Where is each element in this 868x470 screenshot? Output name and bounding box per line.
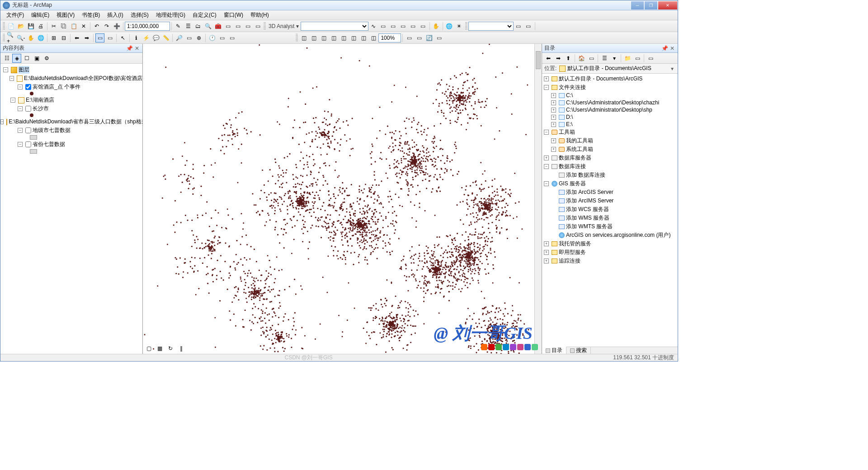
toolbar-grip[interactable] — [3, 22, 5, 30]
back-extent-icon[interactable]: ⬅ — [72, 33, 81, 42]
new-icon[interactable]: 📄 — [6, 22, 15, 31]
ready-svc-node[interactable]: 即用型服务 — [559, 249, 586, 256]
go-to-xy-icon[interactable]: ⊕ — [194, 33, 203, 42]
globe-icon[interactable]: 🌐 — [445, 22, 454, 31]
expander-icon[interactable]: − — [18, 128, 23, 133]
open-icon[interactable]: 📂 — [16, 22, 25, 31]
zoom-in-icon[interactable]: 🔍+ — [6, 33, 15, 42]
menu-view[interactable]: 视图(V) — [53, 10, 78, 20]
add-wcs-node[interactable]: 添加 WCS 服务器 — [566, 206, 609, 213]
expander-icon[interactable]: − — [544, 85, 549, 90]
point-symbol-icon[interactable] — [30, 113, 33, 117]
polygon-symbol-icon[interactable] — [30, 135, 37, 140]
delete-icon[interactable]: ✕ — [79, 22, 88, 31]
properties-icon[interactable]: ▭ — [253, 22, 262, 31]
cut-icon[interactable]: ✂ — [49, 22, 58, 31]
polygon-symbol-icon[interactable] — [30, 149, 37, 154]
add-wmts-node[interactable]: 添加 WMTS 服务器 — [566, 223, 613, 230]
default-gdb-icon[interactable]: ▭ — [587, 54, 596, 63]
expander-icon[interactable]: + — [551, 108, 556, 113]
expander-icon[interactable]: + — [551, 122, 556, 127]
redo-icon[interactable]: ↷ — [102, 22, 111, 31]
my-hosted-node[interactable]: 我托管的服务 — [559, 240, 591, 248]
menu-customize[interactable]: 自定义(C) — [189, 10, 220, 20]
viewer-window-icon[interactable]: ▭ — [227, 33, 236, 42]
folder-conn-node[interactable]: 文件夹连接 — [559, 84, 586, 91]
sun-icon[interactable]: ☀ — [455, 22, 464, 31]
layer-1[interactable]: 宾馆酒店_点 个事件 — [33, 83, 80, 91]
expander-icon[interactable]: + — [544, 241, 549, 246]
expander-icon[interactable]: + — [551, 138, 556, 143]
maximize-button[interactable]: ❐ — [645, 1, 657, 9]
point-symbol-icon[interactable] — [30, 92, 33, 95]
list-by-selection-icon[interactable]: ▣ — [32, 54, 41, 63]
toolbar-grip[interactable] — [264, 22, 266, 30]
layer-checkbox[interactable] — [25, 84, 31, 90]
layer-4[interactable]: 省份七普数据 — [33, 141, 65, 148]
add-data-icon[interactable]: ➕ — [112, 22, 121, 31]
add-arcims-node[interactable]: 添加 ArcIMS Server — [566, 197, 613, 205]
home-node[interactable]: 默认工作目录 - Documents\ArcGIS — [559, 75, 642, 83]
group-3[interactable]: E:\BaiduNetdiskDownload\省市县三级人口数据（shp格式） — [9, 118, 142, 126]
connect-folder-icon[interactable]: 📁 — [623, 54, 632, 63]
find-route-icon[interactable]: ▭ — [184, 33, 193, 42]
edit-btn2-icon[interactable]: ▭ — [524, 22, 533, 31]
measure-icon[interactable]: 📏 — [161, 33, 170, 42]
expander-icon[interactable]: − — [18, 142, 23, 147]
menu-window[interactable]: 窗口(W) — [220, 10, 247, 20]
refresh-icon[interactable]: 🔄 — [425, 33, 434, 42]
python-icon[interactable]: ▭ — [223, 22, 232, 31]
add-arcgis-node[interactable]: 添加 ArcGIS Server — [566, 188, 613, 196]
data-frame-icon[interactable]: ▭ — [415, 33, 424, 42]
fixed-zoom-out-icon[interactable]: ⊟ — [59, 33, 68, 42]
my-tools-node[interactable]: 我的工具箱 — [566, 137, 593, 145]
refresh-view-icon[interactable]: ↻ — [166, 344, 175, 353]
select-elements-icon[interactable]: ↖ — [118, 33, 127, 42]
identify-icon[interactable]: ℹ — [132, 33, 141, 42]
expander-icon[interactable]: − — [544, 164, 549, 169]
scale-input[interactable] — [125, 22, 170, 31]
print-icon[interactable]: 🖨 — [36, 22, 45, 31]
effect-icon[interactable]: ◫ — [299, 33, 308, 42]
pin-icon[interactable]: 📌 — [660, 45, 669, 52]
full-extent-icon[interactable]: 🌐 — [36, 33, 45, 42]
zoom-out-icon[interactable]: 🔍- — [16, 33, 25, 42]
layer-checkbox[interactable] — [25, 127, 31, 133]
clear-selection-icon[interactable]: ▭ — [105, 33, 114, 42]
expander-icon[interactable]: − — [544, 181, 549, 186]
add-db-node[interactable]: 添加 数据库连接 — [566, 171, 605, 179]
tab-search[interactable]: 搜索 — [566, 347, 591, 354]
effect-icon[interactable]: ◫ — [309, 33, 318, 42]
menu-insert[interactable]: 插入(I) — [104, 10, 127, 20]
editor-combo[interactable] — [468, 22, 514, 31]
hand-icon[interactable]: ✋ — [432, 22, 441, 31]
fixed-zoom-in-icon[interactable]: ⊞ — [49, 33, 58, 42]
group-1[interactable]: E:\BaiduNetdiskDownload\全国POI数据\宾馆酒店 — [24, 75, 142, 82]
effect-icon[interactable]: ◫ — [329, 33, 338, 42]
line-of-sight-icon[interactable]: ▭ — [379, 22, 388, 31]
toolbar-grip[interactable] — [3, 34, 5, 42]
pause-view-icon[interactable]: ‖ — [177, 344, 186, 353]
menu-help[interactable]: 帮助(H) — [247, 10, 273, 20]
menu-file[interactable]: 文件(F) — [3, 10, 28, 20]
menu-selection[interactable]: 选择(S) — [127, 10, 152, 20]
expander-icon[interactable]: − — [10, 98, 15, 103]
edit-btn-icon[interactable]: ▭ — [514, 22, 523, 31]
toolbar-grip[interactable] — [465, 22, 467, 30]
layer-3[interactable]: 地级市七普数据 — [33, 127, 71, 134]
pin-icon[interactable]: 📌 — [125, 45, 134, 52]
reviewer-icon[interactable]: ▭ — [243, 22, 252, 31]
pan-icon[interactable]: ✋ — [26, 33, 35, 42]
expander-icon[interactable]: + — [551, 93, 556, 98]
drive-node[interactable]: C:\Users\Administrator\Desktop\shp — [566, 107, 652, 113]
search-window-icon[interactable]: 🔍 — [203, 22, 212, 31]
effect-icon[interactable]: ◫ — [359, 33, 368, 42]
interpolate-icon[interactable]: ∿ — [369, 22, 378, 31]
close-panel-icon[interactable]: ✕ — [134, 45, 140, 52]
home-icon[interactable]: 🏠 — [577, 54, 586, 63]
toolbox-node[interactable]: 工具箱 — [559, 128, 575, 136]
layout-icon[interactable]: ▭ — [405, 33, 414, 42]
toc-icon[interactable]: ☰ — [184, 22, 193, 31]
profile-graph-icon[interactable]: ▭ — [399, 22, 408, 31]
db-conn-node[interactable]: 数据库连接 — [559, 163, 586, 170]
